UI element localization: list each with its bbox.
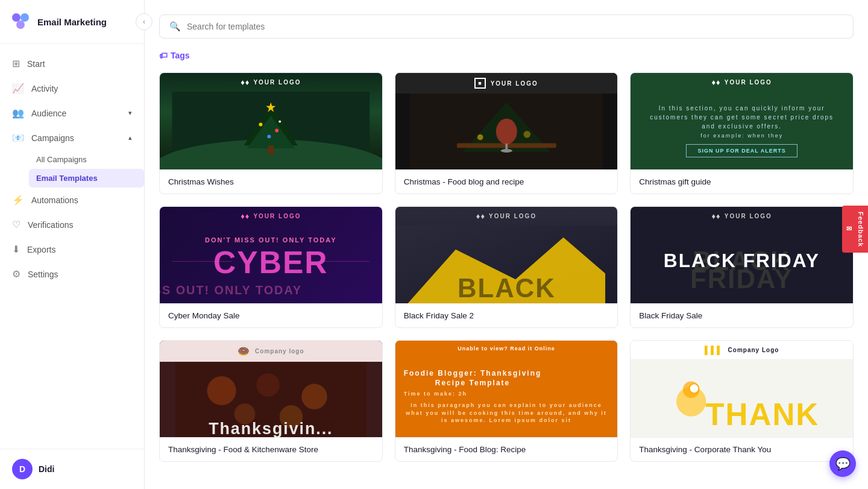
svg-point-0 [12, 13, 20, 22]
feedback-label: Feedback [857, 212, 864, 247]
sidebar-item-activity-label: Activity [31, 84, 58, 93]
svg-point-8 [259, 123, 262, 127]
template-label-black-friday-2: Black Friday Sale 2 [395, 303, 618, 327]
svg-point-11 [278, 121, 281, 123]
search-icon: 🔍 [169, 21, 181, 32]
chevron-down-icon: ▾ [128, 109, 132, 117]
template-image-area-tc: THANK [631, 360, 853, 437]
app-logo-icon [10, 11, 31, 33]
template-image-area-gift: In this section, you can quickly inform … [631, 92, 853, 169]
sidebar-item-exports[interactable]: ⬇ Exports [0, 237, 144, 262]
template-label-christmas-gift: Christmas gift guide [631, 169, 853, 194]
sidebar-header: Email Marketing ‹ [0, 0, 144, 44]
activity-icon: 📈 [12, 83, 24, 94]
template-image-area [160, 92, 382, 169]
sidebar-item-start[interactable]: ⊞ Start [0, 51, 144, 76]
sidebar-item-all-campaigns[interactable]: All Campaigns [29, 150, 144, 169]
tags-label[interactable]: 🏷 Tags [159, 51, 190, 60]
template-logo-bar-bf: ♦♦ YOUR LOGO [631, 207, 853, 226]
settings-icon: ⚙ [12, 268, 20, 280]
feedback-widget[interactable]: ✉ Feedback [842, 206, 868, 253]
template-label-thanksgiving-food: Thanksgiving - Food & Kitchenware Store [160, 437, 382, 461]
template-logo-bar-bf2: ♦♦ YOUR LOGO [395, 207, 618, 226]
tags-row: 🏷 Tags [159, 51, 854, 60]
svg-point-23 [523, 131, 530, 138]
sidebar-item-automations-label: Automations [31, 195, 78, 205]
template-thumbnail-black-friday: ♦♦ YOUR LOGO BLACK FRIDAY BLACK FRIDAY [631, 207, 853, 303]
automations-icon: ⚡ [12, 194, 24, 206]
svg-text:Thanksgivin...: Thanksgivin... [209, 420, 333, 437]
template-thumbnail-thanksgiving-food: 🍩 Company logo Thanksgivin... [160, 341, 382, 437]
user-name: Didi [39, 464, 54, 474]
template-logo-bar-gift: ♦♦ YOUR LOGO [631, 73, 853, 92]
sidebar-item-campaigns[interactable]: 📧 Campaigns ▴ [0, 125, 144, 150]
svg-text:BLACK FRIDAY: BLACK FRIDAY [664, 250, 820, 271]
template-card-thanksgiving-corp[interactable]: ▌▌▌ Company Logo THANK Thanksgiving - [630, 340, 854, 462]
sidebar-item-exports-label: Exports [27, 245, 55, 254]
sidebar-item-audience[interactable]: 👥 Audience ▾ [0, 101, 144, 125]
template-card-christmas-gift[interactable]: ♦♦ YOUR LOGO In this section, you can qu… [630, 72, 854, 194]
search-bar: 🔍 [159, 14, 854, 39]
template-thumbnail-christmas-food: ■ YOUR LOGO [395, 73, 618, 169]
template-label-thanksgiving-corp: Thanksgiving - Corporate Thank You [631, 437, 853, 461]
template-card-black-friday-2[interactable]: ♦♦ YOUR LOGO BLACK Black Friday Sale 2 [395, 206, 618, 328]
sidebar-item-verifications[interactable]: ♡ Verifications [0, 212, 144, 237]
template-logo-bar-tf: 🍩 Company logo [160, 341, 382, 362]
sidebar: Email Marketing ‹ ⊞ Start 📈 Activity 👥 A… [0, 0, 145, 489]
home-icon: ⊞ [12, 58, 20, 69]
svg-point-22 [477, 134, 483, 140]
chevron-up-icon: ▴ [128, 134, 132, 142]
sidebar-item-activity[interactable]: 📈 Activity [0, 76, 144, 101]
feedback-mail-icon: ✉ [846, 225, 854, 233]
svg-rect-12 [268, 145, 274, 154]
template-image-area-bf: BLACK FRIDAY BLACK FRIDAY [631, 226, 853, 303]
tag-icon: 🏷 [159, 51, 168, 60]
sidebar-item-audience-label: Audience [31, 109, 66, 118]
collapse-sidebar-button[interactable]: ‹ [136, 13, 153, 30]
template-thumbnail-cyber-monday: ♦♦ YOUR LOGO CYBER DON'T MISS OUT! ONLY … [160, 207, 382, 303]
svg-text:THANK: THANK [706, 397, 820, 432]
template-image-area-cyber: CYBER DON'T MISS OUT! ONLY TODAY DON'T M… [160, 226, 382, 303]
template-thumbnail-black-friday-2: ♦♦ YOUR LOGO BLACK [395, 207, 618, 303]
template-card-christmas-food[interactable]: ■ YOUR LOGO [395, 72, 618, 194]
svg-point-10 [267, 134, 271, 138]
template-thumbnail-thanksgiving-corp: ▌▌▌ Company Logo THANK [631, 341, 853, 437]
svg-point-38 [301, 384, 327, 409]
template-logo-bar-food: ■ YOUR LOGO [395, 73, 618, 93]
search-input[interactable] [187, 22, 843, 31]
template-card-thanksgiving-recipe[interactable]: Unable to view? Read it Online Foodie Bl… [395, 340, 618, 462]
svg-text:DON'T MISS OUT! ONLY TODAY: DON'T MISS OUT! ONLY TODAY [160, 283, 302, 297]
template-card-thanksgiving-food[interactable]: 🍩 Company logo Thanksgivin... [159, 340, 383, 462]
exports-icon: ⬇ [12, 244, 20, 255]
sidebar-footer: D Didi [0, 449, 144, 489]
svg-point-19 [496, 119, 517, 145]
template-thumbnail-christmas-wishes: ♦♦ YOUR LOGO [160, 73, 382, 169]
sidebar-item-automations[interactable]: ⚡ Automations [0, 188, 144, 212]
svg-point-1 [20, 13, 29, 22]
template-card-cyber-monday[interactable]: ♦♦ YOUR LOGO CYBER DON'T MISS OUT! ONLY … [159, 206, 383, 328]
template-logo-bar-tc: ▌▌▌ Company Logo [631, 341, 853, 360]
template-card-black-friday[interactable]: ♦♦ YOUR LOGO BLACK FRIDAY BLACK FRIDAY B… [630, 206, 854, 328]
svg-point-36 [207, 376, 236, 405]
svg-point-21 [500, 149, 512, 153]
main-content: 🔍 🏷 Tags ♦♦ YOUR LOGO [145, 0, 868, 489]
template-image-area-tf: Thanksgivin... [160, 362, 382, 437]
template-image-area-food [395, 93, 618, 169]
template-logo-bar-cyber: ♦♦ YOUR LOGO [160, 207, 382, 226]
sidebar-item-settings[interactable]: ⚙ Settings [0, 262, 144, 286]
sidebar-item-settings-label: Settings [28, 270, 58, 279]
campaigns-icon: 📧 [12, 132, 24, 144]
template-label-thanksgiving-recipe: Thanksgiving - Food Blog: Recipe [395, 437, 618, 461]
sidebar-item-verifications-label: Verifications [28, 220, 73, 230]
sidebar-item-start-label: Start [27, 59, 45, 69]
svg-text:CYBER: CYBER [213, 245, 329, 280]
template-label-christmas-wishes: Christmas Wishes [160, 169, 382, 194]
template-card-christmas-wishes[interactable]: ♦♦ YOUR LOGO [159, 72, 383, 194]
sidebar-nav: ⊞ Start 📈 Activity 👥 Audience ▾ 📧 Campai… [0, 44, 144, 449]
chat-button[interactable]: 💬 [829, 450, 856, 477]
sidebar-item-campaigns-label: Campaigns [31, 133, 74, 143]
svg-point-37 [256, 373, 279, 396]
app-title: Email Marketing [37, 17, 107, 27]
svg-point-2 [16, 21, 25, 29]
sidebar-item-email-templates[interactable]: Email Templates [29, 169, 144, 188]
